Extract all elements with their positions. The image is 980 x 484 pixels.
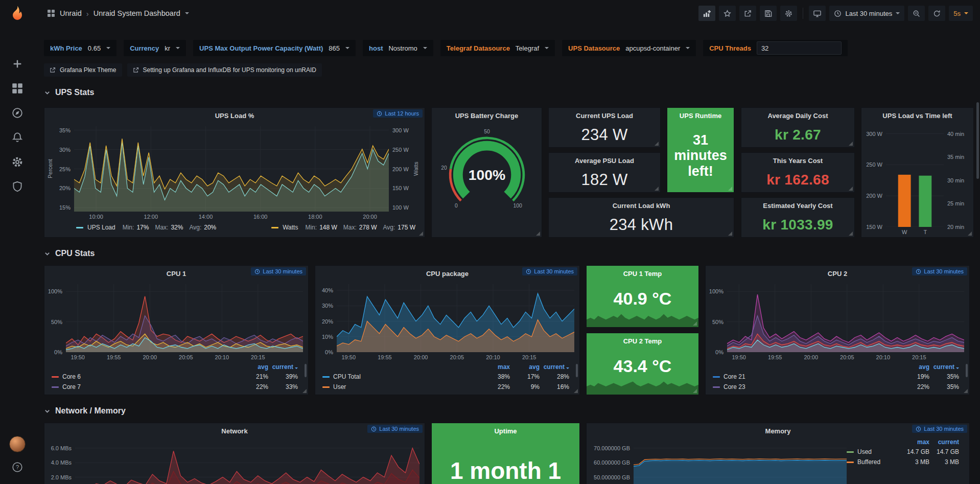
plot-area[interactable]: 19:5019:5520:0020:0520:1020:15 <box>727 284 964 352</box>
star-button[interactable] <box>719 6 736 21</box>
variable-value[interactable]: apcupsd-container <box>625 44 680 52</box>
panel-title[interactable]: Current Load kWh <box>613 202 670 210</box>
legend-series-name[interactable]: Core 21 <box>713 373 900 380</box>
legend-column-header[interactable]: current <box>268 363 298 371</box>
panel-title[interactable]: CPU 2 <box>828 270 847 278</box>
plot-area[interactable]: 19:5019:5520:0020:0520:1020:15 <box>337 284 574 352</box>
legend-column-header[interactable]: avg <box>900 363 929 371</box>
panel-title[interactable]: Estimated Yearly Cost <box>763 202 832 210</box>
legend-series-name[interactable]: Buffered <box>847 458 900 466</box>
dashboard-caret-down-icon[interactable] <box>185 12 189 14</box>
resize-handle[interactable] <box>536 232 540 236</box>
scrollbar-thumb[interactable] <box>976 102 979 179</box>
breadcrumb-dashboard-title[interactable]: Unraid System Dashboard <box>94 9 180 17</box>
resize-handle[interactable] <box>693 389 697 393</box>
variable-kwh-price[interactable]: kWh Price0.65 <box>44 40 116 56</box>
panel-title[interactable]: Memory <box>765 427 791 435</box>
link-ups-monitoring-guide[interactable]: Setting up Grafana and InfluxDB for UPS … <box>127 63 322 77</box>
resize-handle[interactable] <box>655 187 659 191</box>
resize-handle[interactable] <box>849 187 853 191</box>
legend-column-header[interactable]: max <box>480 363 510 371</box>
legend-series-name[interactable]: Core 7 <box>52 383 239 390</box>
panel-title[interactable]: UPS Runtime <box>680 112 721 120</box>
legend-series-name[interactable]: User <box>322 383 480 390</box>
panel-title[interactable]: CPU 1 Temp <box>623 270 662 278</box>
resize-handle[interactable] <box>849 232 853 236</box>
plot-area[interactable]: WT <box>886 126 944 227</box>
plot-area[interactable]: 19:5019:5520:0020:0520:1020:15 <box>66 284 303 352</box>
plot-area[interactable]: 10:0012:0014:0016:0018:0020:00 <box>74 126 389 212</box>
resize-handle[interactable] <box>693 321 697 326</box>
resize-handle[interactable] <box>728 232 732 236</box>
variable-value[interactable]: kr <box>165 44 170 52</box>
legend-series-name[interactable]: Used <box>847 448 900 455</box>
refresh-button[interactable] <box>928 6 945 21</box>
variable-ups-datasource[interactable]: UPS Datasourceapcupsd-container <box>562 40 696 56</box>
panel-title[interactable]: UPS Load vs Time left <box>882 112 952 120</box>
panel-title[interactable]: Network <box>221 427 247 435</box>
panel-title[interactable]: This Years Cost <box>773 157 823 165</box>
resize-handle[interactable] <box>419 232 423 236</box>
help-icon[interactable]: ? <box>12 462 23 473</box>
panel-title[interactable]: UPS Load % <box>215 112 254 120</box>
dashboards-icon[interactable] <box>12 83 23 94</box>
variable-cpu-threads[interactable]: CPU Threads <box>703 40 848 56</box>
create-plus-icon[interactable] <box>12 58 23 70</box>
share-button[interactable] <box>739 6 756 21</box>
legend-column-header[interactable]: current <box>929 439 959 446</box>
server-admin-shield-icon[interactable] <box>12 181 23 192</box>
zoom-out-button[interactable] <box>908 6 925 21</box>
section-network-memory[interactable]: Network / Memory <box>44 406 126 416</box>
breadcrumb-app[interactable]: Unraid <box>60 9 82 17</box>
panel-title[interactable]: CPU 1 <box>167 270 186 278</box>
variable-value[interactable]: Telegraf <box>516 44 539 52</box>
resize-handle[interactable] <box>964 389 968 393</box>
panel-title[interactable]: Uptime <box>494 427 517 435</box>
save-button[interactable] <box>760 6 777 21</box>
link-grafana-plex-theme[interactable]: Grafana Plex Theme <box>44 63 122 77</box>
legend-column-header[interactable]: current <box>929 363 959 371</box>
panel-title[interactable]: Current UPS Load <box>576 112 633 120</box>
variable-input[interactable] <box>757 41 842 55</box>
plot-area[interactable] <box>634 442 847 484</box>
section-ups-stats[interactable]: UPS Stats <box>44 88 94 97</box>
grafana-logo[interactable] <box>9 5 26 21</box>
time-range-picker[interactable]: Last 30 minutes <box>829 6 904 21</box>
variable-value[interactable]: 0.65 <box>88 44 101 52</box>
add-panel-button[interactable] <box>698 6 715 21</box>
legend-item[interactable]: WattsMin:148 WMax:278 WAvg:175 W <box>271 224 415 231</box>
legend-series-name[interactable]: CPU Total <box>322 373 480 380</box>
explore-compass-icon[interactable] <box>12 107 23 119</box>
legend-series-name[interactable]: Core 23 <box>713 383 900 390</box>
variable-ups-max-output-power-capacity-watt-[interactable]: UPS Max Output Power Capacity (Watt)865 <box>193 40 356 56</box>
cycle-view-monitor-button[interactable] <box>809 6 826 21</box>
variable-telegraf-datasource[interactable]: Telegraf DatasourceTelegraf <box>440 40 555 56</box>
alerting-bell-icon[interactable] <box>12 132 23 143</box>
configuration-gear-icon[interactable] <box>12 156 23 168</box>
legend-column-header[interactable]: avg <box>239 363 268 371</box>
panel-title[interactable]: CPU package <box>426 270 469 278</box>
panel-title[interactable]: Average PSU Load <box>575 157 634 165</box>
variable-value[interactable]: Nostromo <box>388 44 417 52</box>
legend-column-header[interactable]: avg <box>510 363 540 371</box>
section-cpu-stats[interactable]: CPU Stats <box>44 249 95 258</box>
legend-series-name[interactable]: Core 6 <box>52 373 239 380</box>
resize-handle[interactable] <box>655 142 659 146</box>
refresh-interval-picker[interactable]: 5s <box>949 6 973 21</box>
resize-handle[interactable] <box>302 389 307 393</box>
legend-item[interactable]: UPS LoadMin:17%Max:32%Avg:20% <box>76 224 216 231</box>
resize-handle[interactable] <box>968 232 972 236</box>
variable-host[interactable]: hostNostromo <box>363 40 433 56</box>
panel-title[interactable]: UPS Battery Charge <box>455 112 519 120</box>
legend-column-header[interactable]: current <box>540 363 569 371</box>
settings-gear-icon[interactable] <box>780 6 797 21</box>
variable-value[interactable]: 865 <box>329 44 340 52</box>
resize-handle[interactable] <box>849 142 853 146</box>
panel-title[interactable]: CPU 2 Temp <box>623 337 662 345</box>
plot-area[interactable] <box>75 442 419 484</box>
resize-handle[interactable] <box>728 187 732 191</box>
panel-title[interactable]: Average Daily Cost <box>767 112 828 120</box>
variable-currency[interactable]: Currencykr <box>124 40 186 56</box>
legend-column-header[interactable]: max <box>900 439 929 446</box>
resize-handle[interactable] <box>574 389 578 393</box>
